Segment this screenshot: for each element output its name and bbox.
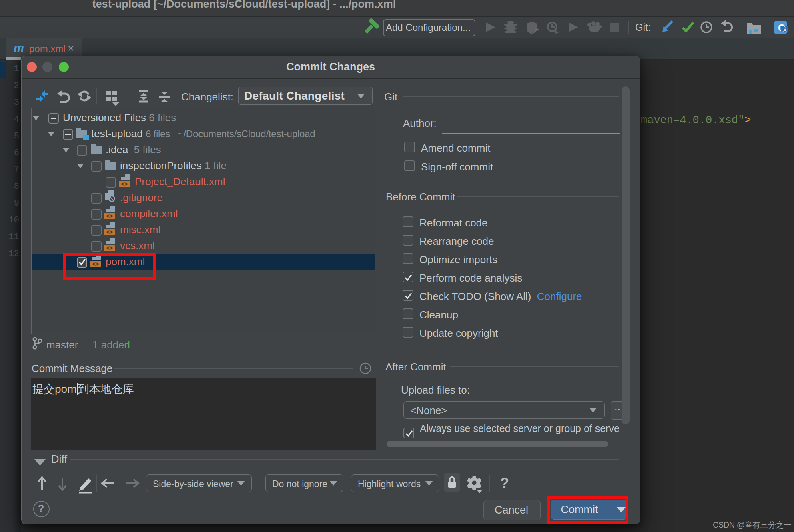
svg-text:?: ?: [500, 475, 509, 491]
svg-text:文: 文: [782, 26, 788, 32]
